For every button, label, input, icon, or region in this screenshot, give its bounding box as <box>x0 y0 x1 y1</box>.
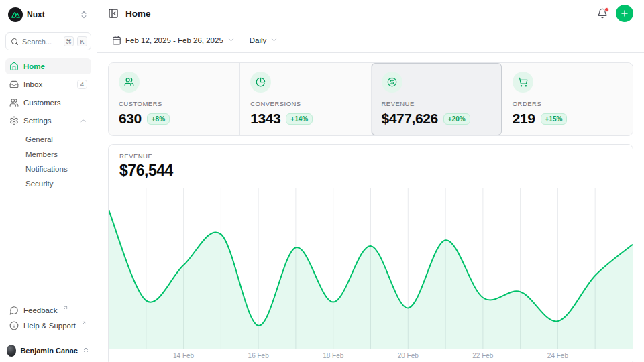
sidebar-item-label: Home <box>23 62 87 70</box>
chart-metric-value: $76,544 <box>119 162 622 180</box>
inbox-icon <box>9 80 19 89</box>
revenue-area-chart[interactable] <box>109 188 633 349</box>
sidebar-item-general[interactable]: General <box>23 132 91 147</box>
settings-subnav: General Members Notifications Security <box>15 132 91 191</box>
sidebar-item-security[interactable]: Security <box>23 176 91 191</box>
team-name: Nuxt <box>27 10 75 19</box>
date-range-picker[interactable]: Feb 12, 2025 - Feb 26, 2025 <box>107 32 240 48</box>
stat-value: 1343 <box>250 111 280 127</box>
pie-chart-icon <box>250 72 271 93</box>
revenue-chart-card: REVENUE $76,544 14 Feb16 Feb18 Feb20 Feb… <box>108 144 633 362</box>
users-icon <box>119 72 140 93</box>
x-tick-label: 22 Feb <box>472 352 493 359</box>
chevrons-up-down-icon <box>82 347 90 355</box>
external-link-arrow-icon <box>63 305 68 310</box>
dollar-circle-icon <box>382 72 402 93</box>
sidebar-footer-nav: Feedback Help & Support <box>0 297 97 339</box>
chevron-down-icon <box>270 36 278 44</box>
notification-dot <box>604 7 609 12</box>
chart-header: REVENUE $76,544 <box>109 145 633 188</box>
stat-label: CONVERSIONS <box>250 100 360 107</box>
shopping-cart-icon <box>513 72 533 93</box>
user-name: Benjamin Canac <box>20 347 78 355</box>
search-placeholder: Search... <box>22 38 60 46</box>
sidebar-item-home[interactable]: Home <box>5 58 91 74</box>
sidebar-item-settings[interactable]: Settings <box>5 113 91 129</box>
sidebar-item-label: Customers <box>23 99 87 107</box>
sidebar-item-inbox[interactable]: Inbox 4 <box>5 76 91 93</box>
app-window: Nuxt Search... ⌘ K Home <box>0 0 644 362</box>
main-panel: Home Feb 12, 2025 - Feb 26, 2025 <box>97 0 644 362</box>
x-tick-label: 20 Feb <box>398 352 419 359</box>
avatar <box>7 345 16 357</box>
stat-card-revenue[interactable]: REVENUE $477,626 +20% <box>371 63 502 135</box>
sidebar-item-feedback[interactable]: Feedback <box>5 302 91 318</box>
kbd-meta: ⌘ <box>64 36 74 46</box>
chevron-up-icon <box>79 117 87 125</box>
sidebar-item-customers[interactable]: Customers <box>5 95 91 111</box>
info-circle-icon <box>9 321 19 330</box>
content-area: CUSTOMERS 630 +8% CONVERSIONS 1343 +14% <box>97 53 644 362</box>
search-icon <box>11 38 19 46</box>
stat-label: CUSTOMERS <box>119 100 229 107</box>
sidebar-item-members[interactable]: Members <box>23 147 91 162</box>
page-header: Home <box>97 0 644 27</box>
chart-x-axis: 14 Feb16 Feb18 Feb20 Feb22 Feb24 Feb <box>109 349 633 362</box>
delta-badge: +15% <box>541 113 568 125</box>
calendar-icon <box>112 36 121 45</box>
chart-metric-label: REVENUE <box>119 152 622 160</box>
plus-icon <box>620 9 629 18</box>
stat-value: $477,626 <box>382 111 438 127</box>
add-button[interactable] <box>616 5 633 22</box>
panel-left-close-icon[interactable] <box>108 8 119 19</box>
stat-card-orders[interactable]: ORDERS 219 +15% <box>502 63 633 135</box>
external-link-arrow-icon <box>81 320 87 326</box>
stats-row: CUSTOMERS 630 +8% CONVERSIONS 1343 +14% <box>108 62 633 136</box>
sidebar: Nuxt Search... ⌘ K Home <box>0 0 97 362</box>
gear-icon <box>9 116 19 125</box>
delta-badge: +14% <box>286 113 313 125</box>
team-switcher[interactable]: Nuxt <box>5 6 91 23</box>
page-title: Home <box>125 9 151 19</box>
nuxt-logo-icon <box>8 7 23 22</box>
delta-badge: +8% <box>147 113 170 125</box>
sidebar-item-help-support[interactable]: Help & Support <box>5 318 91 333</box>
chevron-down-icon <box>227 36 235 44</box>
stat-label: REVENUE <box>382 100 492 107</box>
period-select[interactable]: Daily <box>244 33 284 48</box>
stat-value: 630 <box>119 111 142 127</box>
x-tick-label: 16 Feb <box>248 352 269 359</box>
stat-card-conversions[interactable]: CONVERSIONS 1343 +14% <box>239 63 370 135</box>
users-icon <box>9 98 19 107</box>
stat-card-customers[interactable]: CUSTOMERS 630 +8% <box>109 63 239 135</box>
stat-label: ORDERS <box>513 100 623 107</box>
home-icon <box>9 62 19 71</box>
sidebar-item-notifications[interactable]: Notifications <box>23 162 91 176</box>
user-menu[interactable]: Benjamin Canac <box>0 339 97 362</box>
inbox-count-badge: 4 <box>77 80 87 89</box>
x-tick-label: 24 Feb <box>547 352 568 359</box>
sidebar-nav: Home Inbox 4 Customers <box>5 58 91 191</box>
chevrons-up-down-icon <box>79 10 89 19</box>
search-input[interactable]: Search... ⌘ K <box>5 32 91 50</box>
sidebar-item-label: Inbox <box>23 80 72 88</box>
x-tick-label: 18 Feb <box>323 352 343 359</box>
stat-value: 219 <box>513 111 535 127</box>
message-circle-icon <box>9 306 19 315</box>
notifications-button[interactable] <box>597 8 608 19</box>
sidebar-item-label: Settings <box>23 117 74 125</box>
kbd-k: K <box>77 36 87 46</box>
filters-toolbar: Feb 12, 2025 - Feb 26, 2025 Daily <box>97 27 644 53</box>
x-tick-label: 14 Feb <box>173 352 194 359</box>
delta-badge: +20% <box>443 113 470 125</box>
